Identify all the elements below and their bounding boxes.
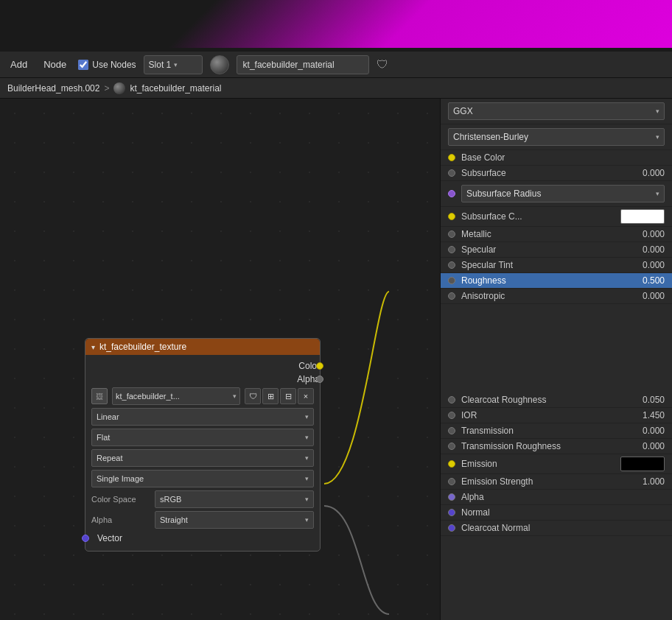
- alpha-panel-row[interactable]: Alpha: [441, 490, 672, 505]
- anisotropic-row[interactable]: Anisotropic 0.000: [441, 289, 672, 304]
- vector-input-socket[interactable]: [82, 535, 89, 542]
- emission-color-swatch[interactable]: [620, 457, 665, 471]
- specular-row[interactable]: Specular 0.000: [441, 242, 672, 258]
- vector-socket-label: Vector: [97, 533, 122, 543]
- texture-node-title: kt_facebuilder_texture: [99, 342, 314, 352]
- texture-node-header[interactable]: ▾ kt_facebuilder_texture: [85, 339, 320, 355]
- subsurface-socket[interactable]: [448, 169, 455, 177]
- clearcoat-normal-socket[interactable]: [448, 524, 455, 532]
- projection-dropdown[interactable]: Flat ▾: [91, 429, 314, 446]
- source-row: Single Image ▾: [85, 468, 320, 489]
- clearcoat-roughness-socket[interactable]: [448, 396, 455, 404]
- alpha-panel-socket[interactable]: [448, 493, 455, 501]
- clearcoat-roughness-row[interactable]: Clearcoat Roughness 0.050: [441, 392, 672, 408]
- subsurface-method-dropdown[interactable]: Christensen-Burley ▾: [448, 128, 665, 146]
- ior-label: IOR: [461, 410, 635, 420]
- slot-dropdown[interactable]: Slot 1 ▾: [144, 55, 203, 74]
- material-preview-sphere-icon[interactable]: [210, 55, 229, 74]
- metallic-label: Metallic: [461, 229, 635, 239]
- distribution-chevron-icon: ▾: [656, 108, 659, 115]
- emission-socket[interactable]: [448, 460, 455, 468]
- breadcrumb-material-sphere-icon: [113, 82, 125, 94]
- node-button[interactable]: Node: [39, 57, 71, 72]
- anisotropic-value: 0.000: [635, 291, 665, 301]
- subsurface-color-label: Subsurface C...: [461, 211, 620, 222]
- image-selector-row: 🖼 kt_facebuilder_t... ▾ 🛡 ⊞ ⊟ ×: [85, 386, 320, 406]
- color-output-socket[interactable]: [316, 362, 323, 370]
- image-preview-button[interactable]: 🖼: [91, 388, 108, 404]
- subsurface-color-socket[interactable]: [448, 213, 455, 220]
- alpha-mode-dropdown[interactable]: Straight ▾: [155, 511, 314, 529]
- ior-socket[interactable]: [448, 412, 455, 419]
- shield-node-icon[interactable]: 🛡: [245, 388, 261, 404]
- material-name-field[interactable]: [237, 55, 369, 74]
- clearcoat-normal-row[interactable]: Clearcoat Normal: [441, 521, 672, 536]
- specular-tint-row[interactable]: Specular Tint 0.000: [441, 258, 672, 273]
- specular-socket[interactable]: [448, 246, 455, 253]
- image-name-dropdown[interactable]: kt_facebuilder_t... ▾: [112, 387, 240, 405]
- breadcrumb-separator: >: [104, 83, 109, 94]
- extension-dropdown[interactable]: Repeat ▾: [91, 449, 314, 467]
- alpha-output-socket[interactable]: [316, 376, 323, 383]
- subsurface-radius-row[interactable]: Subsurface Radius ▾: [441, 181, 672, 207]
- clearcoat-normal-label: Clearcoat Normal: [461, 523, 665, 533]
- metallic-row[interactable]: Metallic 0.000: [441, 227, 672, 242]
- subsurface-value: 0.000: [635, 168, 665, 178]
- node-collapse-button[interactable]: ▾: [91, 343, 95, 351]
- delete-node-icon[interactable]: ×: [298, 388, 314, 404]
- metallic-value: 0.000: [635, 229, 665, 239]
- emission-strength-socket[interactable]: [448, 478, 455, 485]
- normal-socket[interactable]: [448, 509, 455, 516]
- color-space-dropdown[interactable]: sRGB ▾: [155, 490, 314, 508]
- copy-node-icon[interactable]: ⊞: [262, 388, 279, 404]
- metallic-socket[interactable]: [448, 230, 455, 238]
- use-nodes-label: Use Nodes: [92, 60, 136, 70]
- color-space-label: Color Space: [91, 495, 150, 504]
- emission-row[interactable]: Emission: [441, 454, 672, 474]
- slot-chevron-icon: ▾: [174, 61, 178, 68]
- base-color-socket[interactable]: [448, 154, 455, 161]
- subsurface-color-row[interactable]: Subsurface C...: [441, 207, 672, 227]
- breadcrumb-material-name: kt_facebuilder_material: [130, 83, 221, 94]
- source-chevron-icon: ▾: [305, 475, 309, 482]
- source-dropdown[interactable]: Single Image ▾: [91, 470, 314, 487]
- paste-node-icon[interactable]: ⊟: [280, 388, 296, 404]
- ior-row[interactable]: IOR 1.450: [441, 408, 672, 423]
- transmission-socket[interactable]: [448, 427, 455, 434]
- use-nodes-checkbox[interactable]: [78, 60, 88, 70]
- specular-tint-socket[interactable]: [448, 261, 455, 269]
- add-button[interactable]: Add: [6, 57, 32, 72]
- emission-strength-row[interactable]: Emission Strength 1.000: [441, 474, 672, 490]
- subsurface-radius-dropdown[interactable]: Subsurface Radius ▾: [461, 185, 665, 202]
- distribution-row[interactable]: GGX ▾: [441, 99, 672, 124]
- normal-row[interactable]: Normal: [441, 505, 672, 521]
- material-properties-panel: GGX ▾ Christensen-Burley ▾ Base Color Su…: [440, 99, 672, 620]
- subsurface-row[interactable]: Subsurface 0.000: [441, 166, 672, 181]
- subsurface-method-row[interactable]: Christensen-Burley ▾: [441, 124, 672, 150]
- transmission-roughness-row[interactable]: Transmission Roughness 0.000: [441, 439, 672, 454]
- projection-chevron-icon: ▾: [305, 434, 309, 441]
- transmission-roughness-socket[interactable]: [448, 443, 455, 450]
- shield-icon[interactable]: 🛡: [377, 58, 388, 71]
- roughness-row[interactable]: Roughness 0.500: [441, 273, 672, 289]
- interpolation-chevron-icon: ▾: [305, 413, 309, 420]
- header-toolbar: Add Node Use Nodes Slot 1 ▾ 🛡: [0, 52, 672, 78]
- alpha-socket-row: Alpha: [85, 373, 320, 386]
- transmission-row[interactable]: Transmission 0.000: [441, 423, 672, 439]
- color-socket-row: Color: [85, 359, 320, 373]
- interpolation-row: Linear ▾: [85, 406, 320, 427]
- node-action-icons: 🛡 ⊞ ⊟ ×: [245, 388, 314, 404]
- roughness-socket[interactable]: [448, 277, 455, 284]
- interpolation-dropdown[interactable]: Linear ▾: [91, 408, 314, 426]
- transmission-value: 0.000: [635, 426, 665, 436]
- subsurface-radius-dropdown-wrap: Subsurface Radius ▾: [461, 183, 665, 204]
- base-color-row[interactable]: Base Color: [441, 150, 672, 166]
- specular-label: Specular: [461, 244, 635, 255]
- specular-tint-label: Specular Tint: [461, 260, 635, 270]
- distribution-dropdown[interactable]: GGX ▾: [448, 102, 665, 120]
- base-color-label: Base Color: [461, 152, 665, 163]
- subsurface-radius-socket[interactable]: [448, 190, 455, 197]
- subsurface-color-swatch[interactable]: [620, 209, 665, 224]
- anisotropic-socket[interactable]: [448, 292, 455, 300]
- clearcoat-roughness-label: Clearcoat Roughness: [461, 395, 635, 405]
